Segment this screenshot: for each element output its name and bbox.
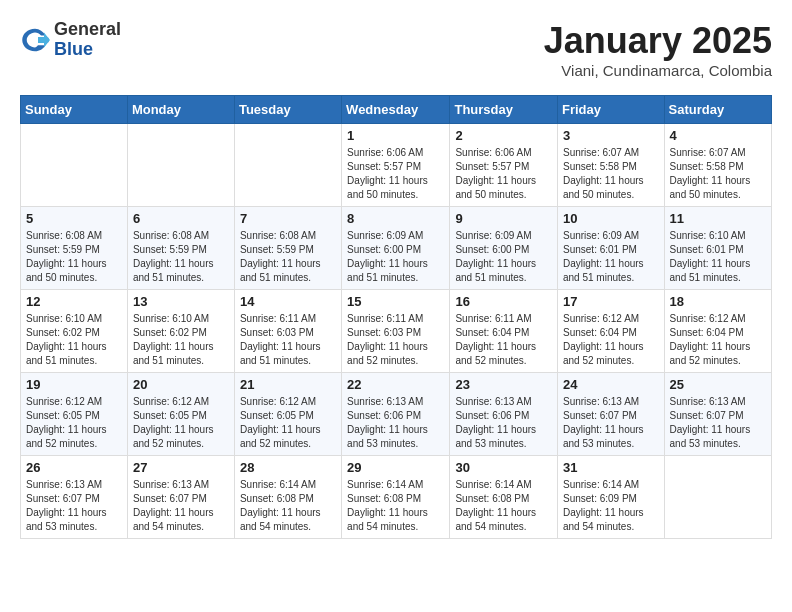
cell-info-text: Sunrise: 6:07 AM Sunset: 5:58 PM Dayligh… bbox=[670, 146, 766, 202]
cell-info-text: Sunrise: 6:13 AM Sunset: 6:07 PM Dayligh… bbox=[133, 478, 229, 534]
calendar-cell bbox=[664, 456, 771, 539]
day-header-tuesday: Tuesday bbox=[234, 96, 341, 124]
cell-info-text: Sunrise: 6:06 AM Sunset: 5:57 PM Dayligh… bbox=[347, 146, 444, 202]
cell-day-number: 26 bbox=[26, 460, 122, 475]
calendar-cell: 11Sunrise: 6:10 AM Sunset: 6:01 PM Dayli… bbox=[664, 207, 771, 290]
calendar-cell bbox=[127, 124, 234, 207]
calendar-cell: 7Sunrise: 6:08 AM Sunset: 5:59 PM Daylig… bbox=[234, 207, 341, 290]
calendar-cell: 28Sunrise: 6:14 AM Sunset: 6:08 PM Dayli… bbox=[234, 456, 341, 539]
calendar-cell: 27Sunrise: 6:13 AM Sunset: 6:07 PM Dayli… bbox=[127, 456, 234, 539]
calendar-cell: 10Sunrise: 6:09 AM Sunset: 6:01 PM Dayli… bbox=[558, 207, 665, 290]
calendar-week-row: 1Sunrise: 6:06 AM Sunset: 5:57 PM Daylig… bbox=[21, 124, 772, 207]
calendar-cell: 30Sunrise: 6:14 AM Sunset: 6:08 PM Dayli… bbox=[450, 456, 558, 539]
calendar-cell bbox=[234, 124, 341, 207]
calendar-week-row: 19Sunrise: 6:12 AM Sunset: 6:05 PM Dayli… bbox=[21, 373, 772, 456]
cell-info-text: Sunrise: 6:11 AM Sunset: 6:03 PM Dayligh… bbox=[240, 312, 336, 368]
cell-info-text: Sunrise: 6:14 AM Sunset: 6:08 PM Dayligh… bbox=[240, 478, 336, 534]
calendar-cell: 26Sunrise: 6:13 AM Sunset: 6:07 PM Dayli… bbox=[21, 456, 128, 539]
calendar-cell: 24Sunrise: 6:13 AM Sunset: 6:07 PM Dayli… bbox=[558, 373, 665, 456]
calendar-cell: 19Sunrise: 6:12 AM Sunset: 6:05 PM Dayli… bbox=[21, 373, 128, 456]
cell-day-number: 3 bbox=[563, 128, 659, 143]
cell-day-number: 22 bbox=[347, 377, 444, 392]
cell-day-number: 17 bbox=[563, 294, 659, 309]
cell-day-number: 13 bbox=[133, 294, 229, 309]
calendar-cell: 25Sunrise: 6:13 AM Sunset: 6:07 PM Dayli… bbox=[664, 373, 771, 456]
calendar-cell: 23Sunrise: 6:13 AM Sunset: 6:06 PM Dayli… bbox=[450, 373, 558, 456]
cell-day-number: 6 bbox=[133, 211, 229, 226]
cell-day-number: 4 bbox=[670, 128, 766, 143]
cell-day-number: 15 bbox=[347, 294, 444, 309]
calendar-cell: 3Sunrise: 6:07 AM Sunset: 5:58 PM Daylig… bbox=[558, 124, 665, 207]
cell-info-text: Sunrise: 6:13 AM Sunset: 6:07 PM Dayligh… bbox=[563, 395, 659, 451]
cell-info-text: Sunrise: 6:08 AM Sunset: 5:59 PM Dayligh… bbox=[240, 229, 336, 285]
cell-info-text: Sunrise: 6:10 AM Sunset: 6:01 PM Dayligh… bbox=[670, 229, 766, 285]
cell-info-text: Sunrise: 6:08 AM Sunset: 5:59 PM Dayligh… bbox=[26, 229, 122, 285]
cell-day-number: 30 bbox=[455, 460, 552, 475]
cell-info-text: Sunrise: 6:10 AM Sunset: 6:02 PM Dayligh… bbox=[26, 312, 122, 368]
calendar-cell: 6Sunrise: 6:08 AM Sunset: 5:59 PM Daylig… bbox=[127, 207, 234, 290]
cell-info-text: Sunrise: 6:13 AM Sunset: 6:07 PM Dayligh… bbox=[670, 395, 766, 451]
cell-info-text: Sunrise: 6:07 AM Sunset: 5:58 PM Dayligh… bbox=[563, 146, 659, 202]
cell-info-text: Sunrise: 6:14 AM Sunset: 6:08 PM Dayligh… bbox=[347, 478, 444, 534]
day-header-friday: Friday bbox=[558, 96, 665, 124]
cell-info-text: Sunrise: 6:09 AM Sunset: 6:00 PM Dayligh… bbox=[455, 229, 552, 285]
cell-day-number: 27 bbox=[133, 460, 229, 475]
logo-blue-text: Blue bbox=[54, 40, 121, 60]
cell-info-text: Sunrise: 6:13 AM Sunset: 6:06 PM Dayligh… bbox=[455, 395, 552, 451]
cell-day-number: 25 bbox=[670, 377, 766, 392]
cell-day-number: 7 bbox=[240, 211, 336, 226]
cell-info-text: Sunrise: 6:06 AM Sunset: 5:57 PM Dayligh… bbox=[455, 146, 552, 202]
cell-info-text: Sunrise: 6:12 AM Sunset: 6:04 PM Dayligh… bbox=[670, 312, 766, 368]
day-header-monday: Monday bbox=[127, 96, 234, 124]
cell-day-number: 20 bbox=[133, 377, 229, 392]
logo-general-text: General bbox=[54, 20, 121, 40]
cell-info-text: Sunrise: 6:08 AM Sunset: 5:59 PM Dayligh… bbox=[133, 229, 229, 285]
calendar-header-row: SundayMondayTuesdayWednesdayThursdayFrid… bbox=[21, 96, 772, 124]
calendar-cell: 20Sunrise: 6:12 AM Sunset: 6:05 PM Dayli… bbox=[127, 373, 234, 456]
day-header-sunday: Sunday bbox=[21, 96, 128, 124]
cell-day-number: 24 bbox=[563, 377, 659, 392]
cell-info-text: Sunrise: 6:11 AM Sunset: 6:04 PM Dayligh… bbox=[455, 312, 552, 368]
calendar-cell: 9Sunrise: 6:09 AM Sunset: 6:00 PM Daylig… bbox=[450, 207, 558, 290]
calendar-cell: 4Sunrise: 6:07 AM Sunset: 5:58 PM Daylig… bbox=[664, 124, 771, 207]
calendar-cell: 21Sunrise: 6:12 AM Sunset: 6:05 PM Dayli… bbox=[234, 373, 341, 456]
calendar-table: SundayMondayTuesdayWednesdayThursdayFrid… bbox=[20, 95, 772, 539]
calendar-week-row: 5Sunrise: 6:08 AM Sunset: 5:59 PM Daylig… bbox=[21, 207, 772, 290]
cell-day-number: 16 bbox=[455, 294, 552, 309]
cell-info-text: Sunrise: 6:12 AM Sunset: 6:05 PM Dayligh… bbox=[26, 395, 122, 451]
day-header-saturday: Saturday bbox=[664, 96, 771, 124]
cell-info-text: Sunrise: 6:09 AM Sunset: 6:00 PM Dayligh… bbox=[347, 229, 444, 285]
month-title: January 2025 bbox=[544, 20, 772, 62]
page-header: General Blue January 2025 Viani, Cundina… bbox=[20, 20, 772, 79]
cell-info-text: Sunrise: 6:12 AM Sunset: 6:05 PM Dayligh… bbox=[133, 395, 229, 451]
calendar-cell: 18Sunrise: 6:12 AM Sunset: 6:04 PM Dayli… bbox=[664, 290, 771, 373]
cell-day-number: 1 bbox=[347, 128, 444, 143]
calendar-cell bbox=[21, 124, 128, 207]
cell-day-number: 28 bbox=[240, 460, 336, 475]
calendar-cell: 2Sunrise: 6:06 AM Sunset: 5:57 PM Daylig… bbox=[450, 124, 558, 207]
calendar-cell: 17Sunrise: 6:12 AM Sunset: 6:04 PM Dayli… bbox=[558, 290, 665, 373]
location-title: Viani, Cundinamarca, Colombia bbox=[544, 62, 772, 79]
cell-day-number: 21 bbox=[240, 377, 336, 392]
cell-day-number: 8 bbox=[347, 211, 444, 226]
cell-day-number: 12 bbox=[26, 294, 122, 309]
cell-day-number: 11 bbox=[670, 211, 766, 226]
cell-info-text: Sunrise: 6:13 AM Sunset: 6:07 PM Dayligh… bbox=[26, 478, 122, 534]
cell-info-text: Sunrise: 6:09 AM Sunset: 6:01 PM Dayligh… bbox=[563, 229, 659, 285]
day-header-wednesday: Wednesday bbox=[342, 96, 450, 124]
calendar-cell: 22Sunrise: 6:13 AM Sunset: 6:06 PM Dayli… bbox=[342, 373, 450, 456]
cell-info-text: Sunrise: 6:10 AM Sunset: 6:02 PM Dayligh… bbox=[133, 312, 229, 368]
cell-day-number: 29 bbox=[347, 460, 444, 475]
calendar-cell: 8Sunrise: 6:09 AM Sunset: 6:00 PM Daylig… bbox=[342, 207, 450, 290]
cell-info-text: Sunrise: 6:12 AM Sunset: 6:04 PM Dayligh… bbox=[563, 312, 659, 368]
calendar-cell: 16Sunrise: 6:11 AM Sunset: 6:04 PM Dayli… bbox=[450, 290, 558, 373]
calendar-cell: 29Sunrise: 6:14 AM Sunset: 6:08 PM Dayli… bbox=[342, 456, 450, 539]
cell-day-number: 5 bbox=[26, 211, 122, 226]
cell-info-text: Sunrise: 6:14 AM Sunset: 6:09 PM Dayligh… bbox=[563, 478, 659, 534]
calendar-cell: 13Sunrise: 6:10 AM Sunset: 6:02 PM Dayli… bbox=[127, 290, 234, 373]
calendar-week-row: 12Sunrise: 6:10 AM Sunset: 6:02 PM Dayli… bbox=[21, 290, 772, 373]
logo: General Blue bbox=[20, 20, 121, 60]
logo-text: General Blue bbox=[54, 20, 121, 60]
calendar-cell: 31Sunrise: 6:14 AM Sunset: 6:09 PM Dayli… bbox=[558, 456, 665, 539]
calendar-cell: 14Sunrise: 6:11 AM Sunset: 6:03 PM Dayli… bbox=[234, 290, 341, 373]
